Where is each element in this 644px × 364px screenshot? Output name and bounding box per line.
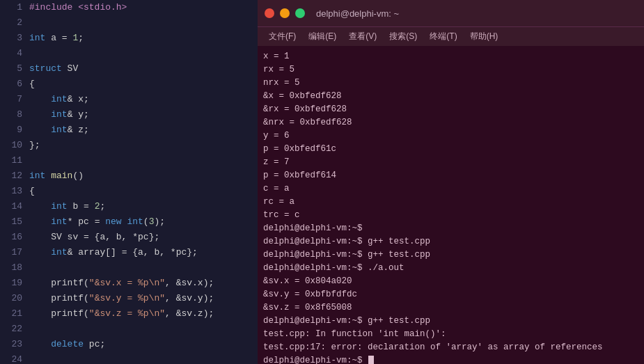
line-content: printf("&sv.x = %p\n", &sv.x); bbox=[29, 276, 214, 291]
token: pc; bbox=[84, 339, 105, 349]
token: int bbox=[127, 216, 143, 227]
token: , &sv.z); bbox=[165, 308, 214, 319]
line-content: int& z; bbox=[29, 122, 89, 138]
code-line: 14 int b = 2; bbox=[0, 199, 258, 214]
token: & y; bbox=[68, 109, 89, 120]
line-number: 1 bbox=[6, 0, 22, 15]
menu-item[interactable]: 查看(V) bbox=[343, 29, 382, 44]
token: int bbox=[29, 33, 45, 43]
menu-item[interactable]: 搜索(S) bbox=[384, 29, 423, 44]
token: printf( bbox=[29, 293, 89, 303]
token: printf( bbox=[29, 308, 89, 319]
token: int bbox=[29, 171, 45, 181]
code-line: 10}; bbox=[0, 138, 258, 153]
maximize-button[interactable] bbox=[295, 8, 305, 18]
minimize-button[interactable] bbox=[280, 8, 290, 18]
token: & x; bbox=[68, 94, 89, 104]
line-content: struct SV bbox=[29, 61, 78, 77]
token: b = bbox=[68, 201, 95, 212]
line-content: int& x; bbox=[29, 92, 89, 107]
code-line: 23 delete pc; bbox=[0, 337, 258, 352]
code-line: 5struct SV bbox=[0, 61, 258, 77]
token bbox=[29, 125, 51, 135]
code-line: 13{ bbox=[0, 184, 258, 199]
code-line: 21 printf("&sv.z = %p\n", &sv.z); bbox=[0, 306, 258, 322]
terminal-line: &sv.z = 0x8f65008 bbox=[263, 301, 638, 315]
terminal-titlebar: delphi@delphi-vm: ~ bbox=[258, 0, 644, 26]
line-content: int& array[] = {a, b, *pc}; bbox=[29, 245, 198, 260]
token: int bbox=[51, 109, 67, 120]
terminal-line: &rx = 0xbfedf628 bbox=[263, 103, 638, 116]
terminal-body[interactable]: x = 1rx = 5nrx = 5&x = 0xbfedf628&rx = 0… bbox=[258, 46, 644, 364]
terminal-line: nrx = 5 bbox=[263, 77, 638, 90]
terminal-line: p = 0xbfedf61c bbox=[263, 143, 638, 156]
code-line: 11 bbox=[0, 153, 258, 168]
terminal-line: delphi@delphi-vm:~$ g++ test.cpp bbox=[263, 315, 638, 328]
token: * pc = bbox=[68, 216, 106, 227]
line-number: 11 bbox=[6, 153, 22, 168]
token bbox=[29, 201, 51, 212]
token: { bbox=[29, 186, 35, 196]
terminal-line: test.cpp: In function 'int main()': bbox=[263, 328, 638, 341]
terminal-line: trc = c bbox=[263, 209, 638, 222]
token: main bbox=[51, 171, 72, 181]
line-content: printf("&sv.z = %p\n", &sv.z); bbox=[29, 306, 214, 322]
line-number: 22 bbox=[6, 322, 22, 337]
terminal-container: delphi@delphi-vm: ~ 文件(F)编辑(E)查看(V)搜索(S)… bbox=[258, 0, 644, 364]
token: ; bbox=[78, 33, 84, 43]
line-number: 8 bbox=[6, 107, 22, 122]
terminal-line: &sv.y = 0xbfbfdfdc bbox=[263, 288, 638, 301]
token: new bbox=[105, 216, 121, 227]
terminal-line: p = 0xbfedf614 bbox=[263, 169, 638, 182]
line-number: 16 bbox=[6, 230, 22, 245]
terminal-line: c = a bbox=[263, 182, 638, 196]
line-number: 19 bbox=[6, 276, 22, 291]
line-number: 7 bbox=[6, 92, 22, 107]
token: #include <stdio.h> bbox=[29, 2, 127, 13]
token bbox=[29, 109, 51, 120]
line-number: 9 bbox=[6, 122, 22, 138]
token bbox=[29, 216, 51, 227]
code-line: 9 int& z; bbox=[0, 122, 258, 138]
line-number: 20 bbox=[6, 291, 22, 306]
close-button[interactable] bbox=[265, 8, 274, 18]
token: int bbox=[51, 201, 67, 212]
terminal-cursor bbox=[368, 356, 374, 364]
token: a = bbox=[45, 33, 72, 43]
line-content: printf("&sv.y = %p\n", &sv.y); bbox=[29, 291, 214, 306]
line-number: 18 bbox=[6, 260, 22, 276]
code-line: 2 bbox=[0, 15, 258, 31]
token: SV bbox=[62, 63, 78, 74]
line-content: SV sv = {a, b, *pc}; bbox=[29, 230, 159, 245]
line-number: 13 bbox=[6, 184, 22, 199]
code-line: 3int a = 1; bbox=[0, 31, 258, 46]
code-line: 19 printf("&sv.x = %p\n", &sv.x); bbox=[0, 276, 258, 291]
line-number: 21 bbox=[6, 306, 22, 322]
terminal-line: rc = a bbox=[263, 196, 638, 209]
terminal-line: delphi@delphi-vm:~$ ./a.out bbox=[263, 262, 638, 275]
code-line: 12int main() bbox=[0, 168, 258, 184]
code-line: 22 bbox=[0, 322, 258, 337]
code-line: 8 int& y; bbox=[0, 107, 258, 122]
menu-item[interactable]: 帮助(H) bbox=[464, 29, 504, 44]
code-line: 17 int& array[] = {a, b, *pc}; bbox=[0, 245, 258, 260]
token: ; bbox=[100, 201, 105, 212]
code-line: 18 bbox=[0, 260, 258, 276]
token: & array[] = {a, b, *pc}; bbox=[68, 247, 198, 258]
terminal-menubar: 文件(F)编辑(E)查看(V)搜索(S)终端(T)帮助(H) bbox=[258, 26, 644, 46]
terminal-line: rx = 5 bbox=[263, 63, 638, 77]
terminal-line: y = 6 bbox=[263, 129, 638, 143]
token: delete bbox=[51, 339, 84, 349]
token: "&sv.z = %p\n" bbox=[89, 308, 165, 319]
menu-item[interactable]: 文件(F) bbox=[263, 29, 301, 44]
menu-item[interactable]: 终端(T) bbox=[424, 29, 462, 44]
menu-item[interactable]: 编辑(E) bbox=[303, 29, 342, 44]
token: , &sv.y); bbox=[165, 293, 214, 303]
terminal-line: delphi@delphi-vm:~$ bbox=[263, 222, 638, 235]
token: "&sv.x = %p\n" bbox=[89, 278, 165, 288]
terminal-line: test.cpp:17: error: declaration of 'arra… bbox=[263, 341, 638, 354]
line-number: 6 bbox=[6, 77, 22, 92]
line-content: int b = 2; bbox=[29, 199, 105, 214]
token: int bbox=[51, 216, 67, 227]
terminal-line: z = 7 bbox=[263, 156, 638, 169]
